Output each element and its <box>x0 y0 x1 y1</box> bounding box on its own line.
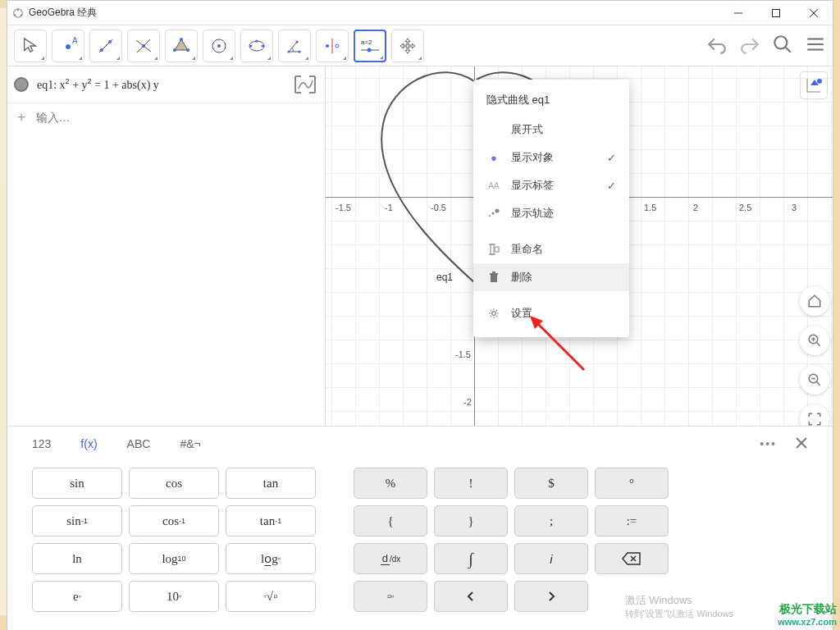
key-lbrace[interactable]: { <box>354 505 427 536</box>
menu-button[interactable] <box>805 34 826 58</box>
key-assign[interactable]: := <box>595 505 669 536</box>
kb-tab-fx[interactable]: f(x) <box>80 437 97 450</box>
home-button[interactable] <box>800 286 829 316</box>
key-degree[interactable]: ° <box>595 468 669 499</box>
context-menu-item-expand[interactable]: 展开式 <box>473 116 629 144</box>
symbolic-toggle-icon[interactable] <box>292 71 318 98</box>
svg-point-25 <box>256 39 258 42</box>
algebra-input-row[interactable]: + <box>7 103 325 131</box>
tool-move-view[interactable] <box>391 30 424 62</box>
key-integral[interactable]: ∫ <box>434 543 508 574</box>
search-button[interactable] <box>772 34 793 58</box>
zoom-out-button[interactable] <box>800 365 829 395</box>
key-derivative[interactable]: d/dx <box>354 543 427 574</box>
key-asin[interactable]: sin-1 <box>32 505 122 536</box>
check-icon: ✓ <box>607 180 616 192</box>
context-menu-item-show-object[interactable]: ●显示对象 ✓ <box>473 144 629 171</box>
svg-rect-5 <box>773 9 780 16</box>
svg-point-26 <box>288 50 290 52</box>
svg-text:A: A <box>72 37 77 45</box>
svg-rect-53 <box>491 244 494 254</box>
window-title: GeoGebra 经典 <box>29 6 719 20</box>
key-factorial[interactable]: ! <box>434 468 508 499</box>
graphics-view[interactable]: -1.5 -1 -0.5 1.5 2 2.5 3 -1.5 -2 eq1 隐式曲… <box>326 66 833 426</box>
check-icon: ✓ <box>607 152 616 164</box>
virtual-keyboard: 123 f(x) ABC #&¬ ••• sin cos tan % ! $ °… <box>7 426 833 630</box>
close-button[interactable] <box>795 1 833 25</box>
svg-point-19 <box>173 48 176 52</box>
app-icon <box>12 7 24 19</box>
tool-segment[interactable] <box>127 30 160 62</box>
fullscreen-button[interactable] <box>800 404 829 426</box>
key-sin[interactable]: sin <box>32 468 122 499</box>
visibility-toggle[interactable] <box>14 77 29 92</box>
dot-icon: ● <box>486 152 501 164</box>
kb-tab-abc[interactable]: ABC <box>127 437 151 450</box>
svg-point-34 <box>368 48 372 52</box>
kb-tab-sym[interactable]: #&¬ <box>180 437 200 450</box>
kb-more-button[interactable]: ••• <box>760 437 777 450</box>
gear-icon <box>486 308 501 319</box>
key-rbrace[interactable]: } <box>434 505 508 536</box>
tool-point[interactable]: A <box>52 30 84 62</box>
key-10pow[interactable]: 10▫ <box>129 581 219 612</box>
tool-circle[interactable] <box>203 30 235 62</box>
svg-text:a=2: a=2 <box>361 39 372 46</box>
context-menu-item-settings[interactable]: 设置 <box>473 299 629 327</box>
zoom-in-button[interactable] <box>800 326 829 355</box>
tool-transform[interactable] <box>316 30 349 62</box>
key-tan[interactable]: tan <box>226 468 316 499</box>
svg-point-27 <box>299 50 301 52</box>
algebra-item-eq1[interactable]: eq1: x2 + y2 = 1 + abs(x) y <box>7 66 325 103</box>
context-menu: 隐式曲线 eq1 展开式 ●显示对象 ✓ AA显示标签 ✓ 显示轨迹 重命名 <box>473 80 629 337</box>
context-menu-item-rename[interactable]: 重命名 <box>473 235 629 263</box>
titlebar: GeoGebra 经典 <box>7 1 833 25</box>
key-dollar[interactable]: $ <box>514 468 588 499</box>
key-right[interactable] <box>514 581 588 612</box>
maximize-button[interactable] <box>757 1 795 25</box>
tool-line[interactable] <box>89 30 122 62</box>
key-semicolon[interactable]: ; <box>514 505 588 536</box>
minimize-button[interactable] <box>719 1 757 25</box>
key-nroot[interactable]: ▫√▫ <box>226 581 316 612</box>
tool-angle[interactable] <box>278 30 311 62</box>
graphics-style-button[interactable] <box>800 71 828 99</box>
key-log10[interactable]: log10 <box>129 543 219 574</box>
tool-polygon[interactable] <box>165 30 198 62</box>
tool-conic[interactable] <box>240 30 273 62</box>
trace-icon <box>486 208 501 218</box>
key-left[interactable] <box>434 581 508 612</box>
svg-point-49 <box>817 79 822 84</box>
key-logb[interactable]: lo̲g▫ <box>226 543 316 574</box>
key-i[interactable]: i <box>514 543 588 574</box>
svg-point-15 <box>142 44 145 48</box>
key-ln[interactable]: ln <box>32 543 122 574</box>
key-backspace[interactable] <box>595 543 669 574</box>
svg-point-31 <box>336 44 339 48</box>
key-percent[interactable]: % <box>354 468 427 499</box>
key-subscript[interactable]: ▫▫ <box>354 581 427 612</box>
key-atan[interactable]: tan-1 <box>226 505 316 536</box>
context-menu-item-delete[interactable]: 删除 <box>473 263 629 291</box>
tool-slider[interactable]: a=2 <box>354 30 386 62</box>
redo-button[interactable] <box>739 34 760 58</box>
key-cos[interactable]: cos <box>129 468 219 499</box>
algebra-input[interactable] <box>36 111 318 124</box>
app-window: GeoGebra 经典 A a=2 eq1: x2 + <box>7 0 833 630</box>
context-menu-item-trace[interactable]: 显示轨迹 <box>473 199 629 227</box>
kb-tab-123[interactable]: 123 <box>32 437 51 450</box>
svg-point-30 <box>326 44 329 48</box>
svg-point-28 <box>296 40 299 43</box>
key-acos[interactable]: cos-1 <box>129 505 219 536</box>
context-menu-item-show-label[interactable]: AA显示标签 ✓ <box>473 171 629 199</box>
svg-point-24 <box>262 44 264 47</box>
curve-label: eq1 <box>436 272 453 283</box>
undo-button[interactable] <box>706 34 728 58</box>
svg-point-17 <box>180 38 183 41</box>
svg-line-64 <box>816 342 820 346</box>
kb-close-button[interactable] <box>795 436 808 452</box>
tool-move[interactable] <box>14 30 47 62</box>
key-epow[interactable]: e▫ <box>32 581 122 612</box>
svg-point-60 <box>492 312 496 316</box>
svg-point-8 <box>66 44 71 49</box>
